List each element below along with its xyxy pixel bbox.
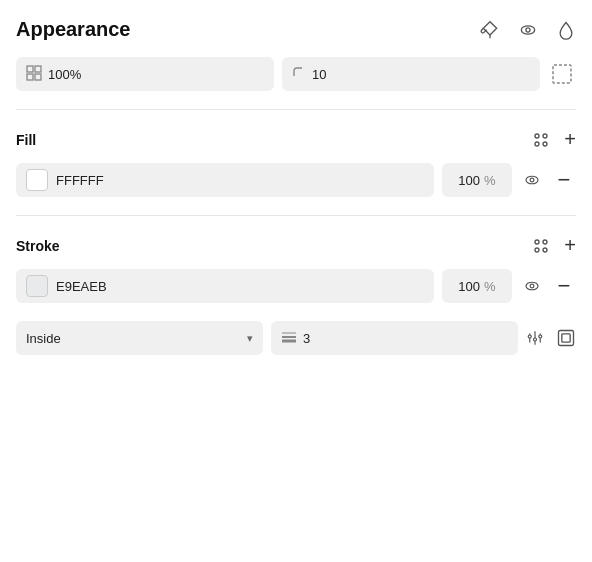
fill-add-icon[interactable]: +	[564, 128, 576, 151]
svg-rect-29	[559, 331, 574, 346]
stroke-width-icon	[281, 330, 297, 347]
stroke-section: Stroke + E9EAEB 100	[16, 234, 576, 355]
svg-point-14	[535, 240, 539, 244]
stroke-opacity-value: 100	[458, 279, 480, 294]
stroke-align-icon[interactable]	[556, 328, 576, 348]
opacity-corner-row: 100% 10	[16, 57, 576, 91]
fill-opacity-field[interactable]: 100 %	[442, 163, 512, 197]
corner-radius-field[interactable]: 10	[282, 57, 540, 91]
stroke-section-header: Stroke +	[16, 234, 576, 257]
fill-row: FFFFFF 100 % −	[16, 163, 576, 197]
fill-color-swatch[interactable]	[26, 169, 48, 191]
svg-point-16	[535, 248, 539, 252]
dropdown-arrow-icon: ▾	[247, 332, 253, 345]
appearance-panel: Appearance	[0, 0, 592, 355]
stroke-position-dropdown[interactable]: Inside ▾	[16, 321, 263, 355]
stroke-width-field[interactable]: 3	[271, 321, 518, 355]
svg-rect-3	[27, 66, 33, 72]
corner-radius-value: 10	[312, 67, 530, 82]
svg-point-13	[530, 178, 534, 182]
appearance-header: Appearance	[16, 18, 576, 41]
fill-style-icon[interactable]	[532, 131, 550, 149]
opacity-value: 100%	[48, 67, 264, 82]
svg-point-9	[543, 134, 547, 138]
stroke-color-field[interactable]: E9EAEB	[16, 269, 434, 303]
fill-color-field[interactable]: FFFFFF	[16, 163, 434, 197]
stroke-hex-value: E9EAEB	[56, 279, 424, 294]
stroke-style-icon[interactable]	[532, 237, 550, 255]
svg-rect-30	[562, 334, 570, 342]
svg-point-17	[543, 248, 547, 252]
svg-point-10	[535, 142, 539, 146]
opacity-field[interactable]: 100%	[16, 57, 274, 91]
header-actions	[480, 20, 576, 40]
svg-point-2	[526, 27, 530, 31]
stroke-visibility-icon[interactable]	[520, 277, 544, 295]
selection-icon[interactable]	[548, 60, 576, 88]
stroke-options-icon[interactable]	[526, 329, 544, 347]
svg-point-26	[528, 335, 531, 338]
stroke-actions: +	[532, 234, 576, 257]
stroke-color-row: E9EAEB 100 % −	[16, 269, 576, 303]
stroke-width-value: 3	[303, 331, 508, 346]
fill-tool-icon[interactable]	[480, 20, 500, 40]
svg-point-18	[526, 282, 538, 290]
svg-rect-5	[27, 74, 33, 80]
svg-rect-4	[35, 66, 41, 72]
svg-point-19	[530, 284, 534, 288]
visibility-icon[interactable]	[518, 20, 538, 40]
stroke-settings-row: Inside ▾ 3	[16, 321, 576, 355]
svg-point-12	[526, 176, 538, 184]
fill-opacity-pct: %	[484, 173, 496, 188]
fill-section-header: Fill +	[16, 128, 576, 151]
stroke-title: Stroke	[16, 238, 60, 254]
divider-1	[16, 109, 576, 110]
divider-2	[16, 215, 576, 216]
svg-point-15	[543, 240, 547, 244]
svg-rect-6	[35, 74, 41, 80]
stroke-end-actions	[526, 328, 576, 348]
svg-rect-7	[553, 65, 571, 83]
panel-title: Appearance	[16, 18, 131, 41]
stroke-add-icon[interactable]: +	[564, 234, 576, 257]
fill-remove-icon[interactable]: −	[552, 169, 576, 191]
stroke-opacity-pct: %	[484, 279, 496, 294]
corner-radius-icon	[292, 66, 306, 83]
fill-actions: +	[532, 128, 576, 151]
svg-point-1	[521, 25, 534, 33]
opacity-grid-icon	[26, 65, 42, 84]
fill-opacity-value: 100	[458, 173, 480, 188]
svg-point-8	[535, 134, 539, 138]
svg-point-27	[534, 338, 537, 341]
fill-section: Fill + FFFFFF 100 %	[16, 128, 576, 197]
fill-hex-value: FFFFFF	[56, 173, 424, 188]
color-drop-icon[interactable]	[556, 20, 576, 40]
fill-visibility-icon[interactable]	[520, 171, 544, 189]
stroke-color-swatch[interactable]	[26, 275, 48, 297]
svg-point-28	[539, 335, 542, 338]
svg-point-11	[543, 142, 547, 146]
fill-title: Fill	[16, 132, 36, 148]
stroke-remove-icon[interactable]: −	[552, 275, 576, 297]
stroke-position-label: Inside	[26, 331, 61, 346]
stroke-opacity-field[interactable]: 100 %	[442, 269, 512, 303]
